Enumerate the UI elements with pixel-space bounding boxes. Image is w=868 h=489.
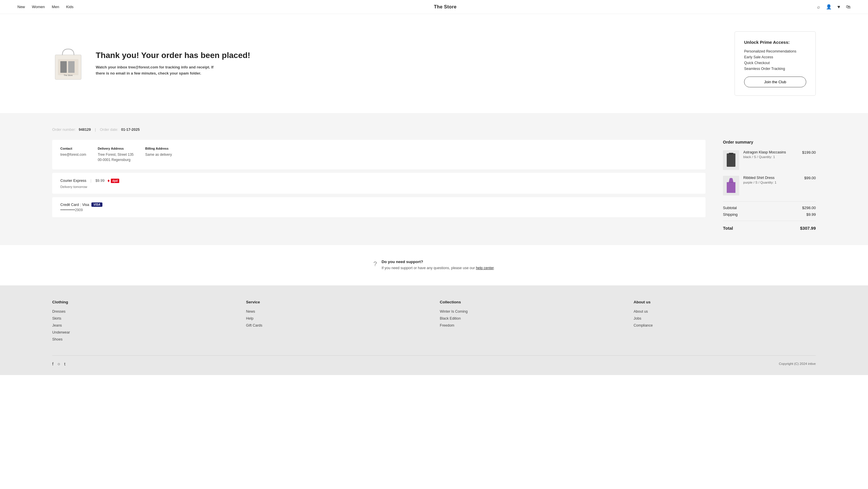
footer-link-freedom[interactable]: Freedom	[440, 323, 454, 327]
footer-link-help[interactable]: Help	[246, 317, 253, 321]
dpd-logo: ♦ dpd	[107, 178, 119, 183]
account-icon[interactable]: 👤	[826, 4, 832, 9]
item-1-meta: black / S / Quantity: 1	[743, 155, 798, 159]
summary-divider	[723, 201, 816, 202]
footer-grid: Clothing Dresses Skirts Jeans Underwear …	[52, 300, 816, 344]
shipping-price: $9.99	[95, 179, 104, 183]
navbar: New Women Men Kids The Store ⌕ 👤 ♥ 🛍	[0, 0, 868, 14]
delivery-col: Delivery Address Tree Forest, Street 135…	[98, 147, 134, 162]
footer: Clothing Dresses Skirts Jeans Underwear …	[0, 285, 868, 375]
footer-col-service: Service News Help Gift Cards	[246, 300, 428, 344]
svg-rect-5	[727, 154, 736, 167]
shipping-summary-label: Shipping	[723, 212, 738, 217]
footer-link-winter[interactable]: Winter Is Coming	[440, 309, 468, 314]
payment-label: Credit Card	[60, 203, 79, 207]
support-text: Do you need support? If you need support…	[381, 260, 495, 271]
support-body: If you need support or have any question…	[381, 265, 495, 271]
support-box: ? Do you need support? If you need suppo…	[373, 260, 495, 271]
dpd-icon: ♦	[107, 178, 110, 183]
prime-access-card: Unlock Prime Access: Personalized Recomm…	[735, 31, 816, 96]
nav-women[interactable]: Women	[32, 5, 45, 9]
facebook-link[interactable]: f	[52, 361, 53, 366]
order-section: Order number: 948129 | Order date: 01-17…	[0, 113, 868, 245]
order-confirmation-heading: Thank you! Your order has been placed!	[96, 51, 250, 60]
order-summary: Order summary Astragon Klasp Moccasins b…	[723, 140, 816, 231]
order-bag-image: The Store	[52, 45, 84, 83]
nav-men[interactable]: Men	[52, 5, 59, 9]
contact-value: tree@forest.com	[60, 152, 86, 157]
footer-collections-title: Collections	[440, 300, 622, 304]
order-date: 01-17-2025	[121, 128, 140, 132]
delivery-label: Delivery Address	[98, 147, 134, 150]
item-2-image	[723, 176, 739, 195]
contact-col: Contact tree@forest.com	[60, 147, 86, 162]
footer-link-about[interactable]: About us	[633, 309, 648, 314]
shipping-card: Courier Express | $9.99 ♦ dpd Delivery t…	[52, 173, 706, 194]
item-2-price: $99.00	[804, 176, 816, 180]
footer-bottom: f ○ t Copyright (C) 2024 intive	[52, 355, 816, 366]
copyright: Copyright (C) 2024 intive	[779, 362, 816, 365]
order-item-1: Astragon Klasp Moccasins black / S / Qua…	[723, 150, 816, 170]
order-confirmation-body: Watch your inbox tree@forest.com for tra…	[96, 64, 218, 76]
item-2-details: Ribbled Shirt Dress purple / S / Quantit…	[743, 176, 800, 184]
svg-rect-2	[60, 61, 67, 73]
prime-title: Unlock Prime Access:	[744, 40, 806, 45]
prime-feature-4: Seamless Order Tracking	[744, 67, 806, 71]
footer-about-links: About us Jobs Compliance	[633, 309, 816, 327]
footer-link-compliance[interactable]: Compliance	[633, 323, 653, 327]
visa-logo: VISA	[91, 202, 102, 207]
nav-links: New Women Men Kids	[18, 5, 73, 9]
subtotal-value: $298.00	[802, 206, 816, 210]
brand-logo: The Store	[434, 4, 457, 9]
cart-icon[interactable]: 🛍	[846, 4, 850, 9]
footer-link-shoes[interactable]: Shoes	[52, 337, 62, 341]
payment-type: Visa	[82, 203, 89, 207]
delivery-address: Tree Forest, Street 135 00-0001 Regensbu…	[98, 152, 134, 162]
order-meta: Order number: 948129 | Order date: 01-17…	[52, 128, 816, 132]
total-row: Total $307.99	[723, 226, 816, 231]
total-label: Total	[723, 226, 733, 231]
nav-new[interactable]: New	[18, 5, 25, 9]
footer-service-title: Service	[246, 300, 428, 304]
footer-link-jobs[interactable]: Jobs	[633, 317, 641, 321]
order-number: 948129	[79, 128, 91, 132]
nav-icons: ⌕ 👤 ♥ 🛍	[817, 4, 851, 9]
payment-card: Credit Card | Visa VISA ••••••••••••2909	[52, 197, 706, 217]
twitter-link[interactable]: t	[64, 361, 65, 366]
footer-link-dresses[interactable]: Dresses	[52, 309, 66, 314]
billing-label: Billing Address	[145, 147, 172, 150]
search-icon[interactable]: ⌕	[817, 4, 820, 9]
item-1-price: $199.00	[802, 150, 816, 155]
wishlist-icon[interactable]: ♥	[838, 4, 840, 9]
hero-text: Thank you! Your order has been placed! W…	[96, 51, 250, 76]
item-2-meta: purple / S / Quantity: 1	[743, 181, 800, 184]
address-row: Contact tree@forest.com Delivery Address…	[60, 147, 698, 162]
footer-link-black-edition[interactable]: Black Edition	[440, 317, 461, 321]
prime-feature-3: Quick Checkout	[744, 61, 806, 65]
footer-link-jeans[interactable]: Jeans	[52, 323, 62, 327]
footer-collections-links: Winter Is Coming Black Edition Freedom	[440, 309, 622, 327]
instagram-link[interactable]: ○	[57, 361, 60, 366]
billing-col: Billing Address Same as delivery	[145, 147, 172, 162]
delivery-estimate: Delivery tomorrow	[60, 185, 119, 189]
footer-link-skirts[interactable]: Skirts	[52, 317, 61, 321]
billing-value: Same as delivery	[145, 152, 172, 157]
footer-col-about: About us About us Jobs Compliance	[633, 300, 816, 344]
card-number: ••••••••••••2909	[60, 208, 698, 212]
item-2-name: Ribbled Shirt Dress	[743, 176, 800, 180]
footer-link-news[interactable]: News	[246, 309, 255, 314]
footer-clothing-links: Dresses Skirts Jeans Underwear Shoes	[52, 309, 235, 341]
footer-link-giftcards[interactable]: Gift Cards	[246, 323, 262, 327]
item-1-details: Astragon Klasp Moccasins black / S / Qua…	[743, 150, 798, 159]
support-heading: Do you need support?	[381, 260, 495, 264]
join-club-button[interactable]: Join the Club	[744, 76, 806, 87]
hero-left: The Store Thank you! Your order has been…	[52, 45, 735, 83]
svg-rect-7	[729, 182, 734, 183]
help-center-link[interactable]: help center	[476, 266, 493, 270]
support-section: ? Do you need support? If you need suppo…	[0, 245, 868, 285]
prime-feature-2: Early Sale Access	[744, 55, 806, 59]
svg-rect-3	[68, 61, 74, 73]
nav-kids[interactable]: Kids	[66, 5, 73, 9]
footer-link-underwear[interactable]: Underwear	[52, 330, 70, 334]
shipping-summary-value: $9.99	[806, 212, 816, 217]
